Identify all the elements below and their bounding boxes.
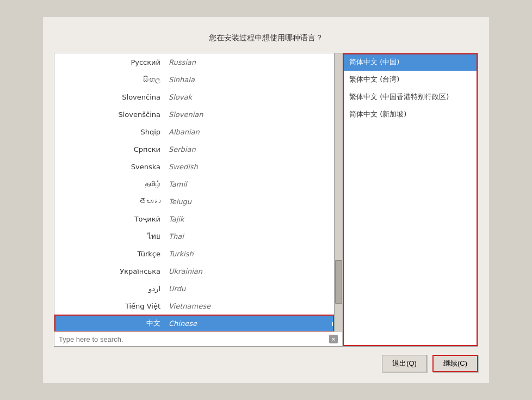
list-item[interactable]: СрпскиSerbian [54,140,342,158]
list-item[interactable]: ТоҷикӣTajik [54,210,342,227]
list-item[interactable]: 中文Chinese▶ [54,315,342,331]
chinese-option-item[interactable]: 繁体中文 (中国香港特别行政区) [343,88,478,106]
list-item[interactable]: اردوUrdu [54,280,342,297]
buttons-row: 退出(Q) 继续(C) [54,355,478,372]
list-item[interactable]: РусскийRussian [54,53,342,71]
language-list[interactable]: РусскийRussianසිංහලSinhalaSlovenčinaSlov… [54,53,342,331]
list-item[interactable]: සිංහලSinhala [54,71,342,88]
dialog-title: 您在安装过程中想使用哪种语言？ [209,33,323,43]
list-item[interactable]: Tiếng ViệtVietnamese [54,297,342,315]
search-row: ✕ [54,331,342,346]
chinese-option-item[interactable]: 简体中文 (新加坡) [343,106,478,123]
chinese-submenu: 简体中文 (中国)繁体中文 (台湾)繁体中文 (中国香港特别行政区)简体中文 (… [343,53,478,346]
list-item[interactable]: SlovenčinaSlovak [54,88,342,106]
language-dialog: 您在安装过程中想使用哪种语言？ РусскийRussianසිංහලSinha… [43,17,489,383]
cancel-button[interactable]: 退出(Q) [382,355,427,372]
scrollbar-thumb[interactable] [335,260,342,304]
list-item[interactable]: SvenskaSwedish [54,158,342,175]
list-item[interactable]: SlovenščinaSlovenian [54,106,342,123]
left-panel: РусскийRussianසිංහලSinhalaSlovenčinaSlov… [54,53,343,346]
list-item[interactable]: УкраїнськаUkrainian [54,262,342,280]
clear-icon[interactable]: ✕ [329,335,338,343]
list-item[interactable]: தமிழ்Tamil [54,175,342,193]
chinese-option-item[interactable]: 繁体中文 (台湾) [343,71,478,88]
list-item[interactable]: తెలుగుTelugu [54,193,342,210]
scrollbar-track[interactable] [334,53,342,331]
continue-button[interactable]: 继续(C) [432,355,478,372]
lists-container: РусскийRussianසිංහලSinhalaSlovenčinaSlov… [54,53,478,347]
list-item[interactable]: ShqipAlbanian [54,123,342,140]
list-item[interactable]: ไทยThai [54,227,342,245]
chinese-option-item[interactable]: 简体中文 (中国) [343,53,478,71]
search-input[interactable] [59,335,329,343]
list-item[interactable]: TürkçeTurkish [54,245,342,262]
